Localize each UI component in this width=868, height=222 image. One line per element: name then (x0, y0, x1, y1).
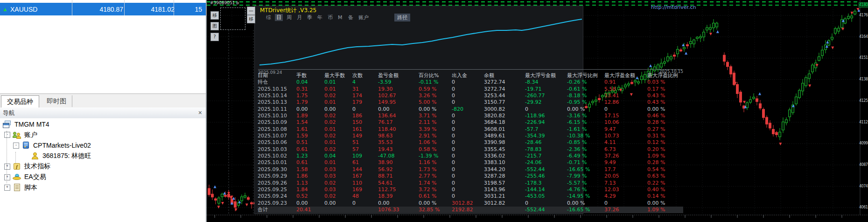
table-cell: 98.63 (378, 133, 419, 139)
table-cell: -0.95 % (567, 99, 604, 106)
table-cell: 0.03 (324, 173, 352, 179)
table-cell: -19.71 (525, 86, 567, 93)
table-cell: 0.20 % (647, 146, 683, 153)
panel-toolbar-button-综[interactable]: 综 (265, 14, 273, 21)
table-cell: 1.06 % (419, 139, 452, 146)
panel-toolbar-button-备[interactable]: 备 (347, 14, 355, 21)
table-cell: 149.95 (378, 99, 419, 106)
stats-row: 2025.09.261.130.0211054.611.74 %03198.57… (258, 180, 683, 186)
table-cell: 2025.09.26 (258, 180, 296, 186)
table-cell: 2025.10.09 (258, 119, 296, 126)
table-cell: 1076.33 (378, 207, 419, 213)
table-cell: 0 (452, 86, 484, 93)
table-cell: 2025.10.11 (258, 106, 296, 113)
table-cell: 0.00 (378, 106, 419, 113)
table-cell: -47.08 (378, 153, 419, 159)
table-cell: 17.7 (604, 166, 647, 173)
table-cell: 13.41 (604, 93, 647, 99)
panel-toolbar-button-账户[interactable]: 账户 (357, 14, 370, 21)
table-cell: 19.30 (378, 86, 419, 93)
table-cell: 0 (452, 99, 484, 106)
panel-toolbar-button-月[interactable]: 月 (295, 14, 303, 21)
panel-toolbar-button-M[interactable]: M (336, 14, 344, 21)
path-button[interactable]: 路径 (394, 14, 410, 21)
table-cell: 19.43 (378, 146, 419, 153)
table-cell: -8.34 (525, 79, 567, 86)
panel-minimize-button[interactable]: — (247, 7, 255, 15)
table-cell: -1.61 % (567, 126, 604, 133)
table-cell: 76.17 (378, 119, 419, 126)
table-cell: 0 (604, 106, 647, 113)
panel-toolbar-button-日[interactable]: 日 (275, 14, 283, 21)
table-cell: 102.67 (378, 93, 419, 99)
table-cell: 3344.20 (484, 166, 525, 173)
table-cell: 3150.77 (484, 99, 525, 106)
table-cell: 1.86 (296, 173, 324, 179)
table-cell: 出入金 (452, 72, 484, 79)
table-cell (352, 207, 378, 213)
table-cell: 0 (452, 119, 484, 126)
table-cell: 149 (352, 133, 378, 139)
table-cell: -0.26 % (567, 79, 604, 86)
chart-tool-button-1[interactable]: 移 (210, 11, 219, 20)
mt4-window: ▲ XAUUSD 4180.87 4181.02 15 交易品种 即时图 导航 … (0, 0, 868, 222)
table-cell: 0.52 (296, 193, 324, 200)
stats-total-row: 合计20.411076.3332.85 %2192.82-552.44-16.6… (258, 207, 683, 213)
table-cell: -0.71 % (567, 159, 604, 166)
table-cell: 3608.01 (484, 126, 525, 133)
table-cell: 0.01 (324, 126, 352, 133)
table-cell: 144 (352, 166, 378, 173)
table-cell: 1.58 (296, 166, 324, 173)
panel-url-link[interactable]: http://mtdriver.cn (651, 4, 696, 10)
panel-move-button[interactable]: 移 (247, 15, 255, 23)
table-cell: 35.53 (378, 139, 419, 146)
selection-box (220, 7, 245, 30)
stats-row: 2025.10.071.590.0214998.632.91 %03489.61… (258, 133, 683, 139)
table-cell: 0.00 (378, 200, 419, 207)
table-cell: 37.26 (604, 153, 647, 159)
table-cell (324, 207, 352, 213)
table-cell: -16.65 % (567, 166, 604, 173)
table-cell: 3287.28 (484, 173, 525, 179)
panel-toolbar-button-年[interactable]: 年 (316, 14, 324, 21)
table-cell: -215.7 (525, 153, 567, 159)
table-cell: -0.11 % (419, 79, 452, 86)
table-cell: 0 (452, 166, 484, 173)
table-cell: 48 (352, 193, 378, 200)
table-cell: 0.31 (296, 86, 324, 93)
table-cell: 20.41 (296, 207, 324, 213)
table-cell: -78.83 (525, 146, 567, 153)
table-cell: 31 (352, 86, 378, 93)
table-cell: -5.57 % (567, 180, 604, 186)
price-label: 4087 (859, 163, 868, 167)
table-cell: 1.59 (296, 133, 324, 139)
table-cell: 18.39 (378, 193, 419, 200)
table-cell: 54.61 (378, 180, 419, 186)
table-cell: 57 (352, 146, 378, 153)
panel-toolbar-button-季[interactable]: 季 (306, 14, 314, 21)
table-cell: 2025.10.01 (258, 159, 296, 166)
table-cell: 0.03 % (647, 79, 683, 86)
table-cell: 0.03 (324, 166, 352, 173)
panel-toolbar-button-周[interactable]: 周 (285, 14, 293, 21)
table-cell: 1.09 % (647, 153, 683, 159)
table-cell: 最大浮盈比例 (647, 72, 683, 79)
table-cell: 0.61 (296, 146, 324, 153)
table-cell: 51 (352, 139, 378, 146)
chart-tool-button-3[interactable]: ? (210, 33, 219, 41)
table-cell: 2.91 % (419, 133, 452, 139)
price-label: 4099 (859, 141, 868, 145)
panel-toolbar-button-币[interactable]: 币 (326, 14, 334, 21)
table-cell: 5.00 % (419, 99, 452, 106)
table-cell: 3.71 % (419, 113, 452, 119)
table-cell: 0.43 % (647, 93, 683, 99)
price-label: 4112 (859, 120, 868, 124)
table-cell: -118.96 (525, 113, 567, 119)
table-cell: -6.15 % (567, 119, 604, 126)
table-cell: -3.16 % (567, 113, 604, 119)
chart-tool-button-2[interactable]: 图 (210, 22, 219, 30)
stats-row: 2025.10.081.610.01161118.403.39 %03608.0… (258, 126, 683, 133)
table-cell: 2025.10.15 (258, 86, 296, 93)
table-cell: 0 (452, 139, 484, 146)
stats-row: 2025.09.240.520.024818.390.61 %03031.21-… (258, 193, 683, 200)
